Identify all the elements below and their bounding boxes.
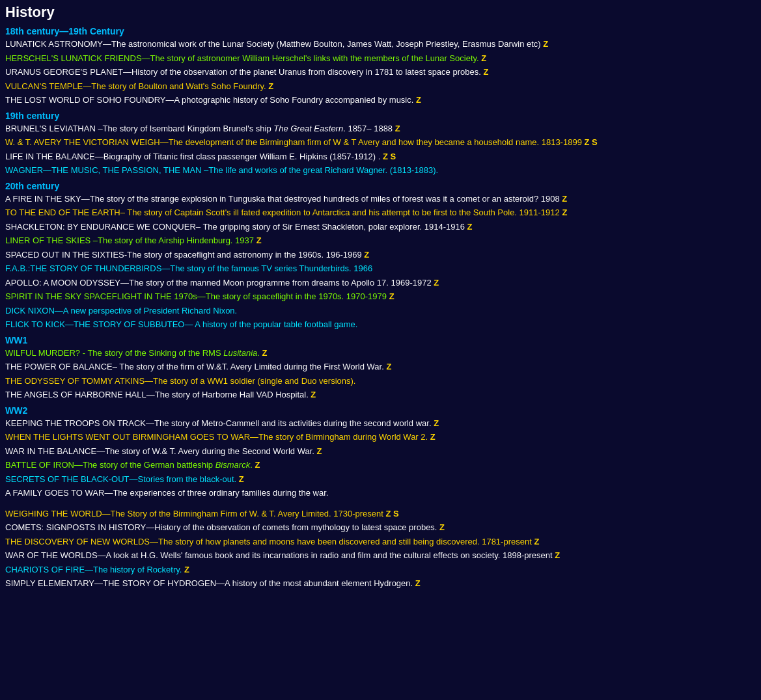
list-item: LUNATICK ASTRONOMY—The astronomical work…	[5, 38, 756, 51]
badge-z: Z	[434, 418, 439, 428]
list-item: LINER OF THE SKIES –The story of the Air…	[5, 234, 756, 247]
section-header-18th-19th: 18th century—19th Century	[5, 26, 756, 36]
badge-s: S	[393, 509, 399, 518]
badge-z: Z	[481, 53, 486, 63]
list-item: TO THE END OF THE EARTH– The story of Ca…	[5, 206, 756, 219]
list-item: SPACED OUT IN THE SIXTIES-The story of s…	[5, 249, 756, 262]
list-item: APOLLO: A MOON ODYSSEY—The story of the …	[5, 276, 756, 289]
badge-z: Z	[317, 446, 322, 456]
list-item: A FIRE IN THE SKY—The story of the stran…	[5, 193, 756, 206]
list-item: WAGNER—THE MUSIC, THE PASSION, THE MAN –…	[5, 164, 756, 177]
badge-z: Z	[385, 509, 391, 518]
spacer	[5, 501, 756, 507]
list-item: LIFE IN THE BALANCE—Biography of Titanic…	[5, 150, 756, 163]
list-item: HERSCHEL'S LUNATICK FRIENDS—The story of…	[5, 52, 756, 65]
list-item: SIMPLY ELEMENTARY—THE STORY OF HYDROGEN—…	[5, 577, 756, 590]
badge-z: Z	[389, 291, 394, 301]
list-item: FLICK TO KICK—THE STORY OF SUBBUTEO— A h…	[5, 318, 756, 331]
badge-z: Z	[262, 348, 268, 358]
list-item: WHEN THE LIGHTS WENT OUT BIRMINGHAM GOES…	[5, 431, 756, 444]
list-item: WILFUL MURDER? - The story of the Sinkin…	[5, 347, 756, 360]
list-item: KEEPING THE TROOPS ON TRACK—The story of…	[5, 417, 756, 430]
badge-z: Z	[311, 390, 316, 399]
list-item: F.A.B.:THE STORY OF THUNDERBIRDS—The sto…	[5, 262, 756, 275]
list-item: WAR OF THE WORLDS—A look at H.G. Wells' …	[5, 549, 756, 562]
badge-z: Z	[562, 194, 567, 204]
list-item: SHACKLETON: BY ENDURANCE WE CONQUER– The…	[5, 221, 756, 234]
badge-z: Z	[239, 474, 244, 484]
badge-z: Z	[555, 550, 560, 560]
badge-z: Z	[562, 208, 567, 217]
badge-s: S	[592, 137, 598, 147]
section-header-19th: 19th century	[5, 111, 756, 121]
badge-z: Z	[543, 39, 548, 49]
list-item: WAR IN THE BALANCE—The story of W.& T. A…	[5, 445, 756, 458]
list-item: THE ANGELS OF HARBORNE HALL—The story of…	[5, 388, 756, 401]
badge-z: Z	[439, 522, 445, 532]
badge-z: Z	[434, 278, 439, 288]
section-header-ww1: WW1	[5, 335, 756, 345]
list-item: THE ODYSSEY OF TOMMY ATKINS—The story of…	[5, 375, 756, 388]
badge-z: Z	[268, 81, 273, 91]
list-item: BATTLE OF IRON—The story of the German b…	[5, 459, 756, 472]
list-item: URANUS GEORGE'S PLANET—History of the ob…	[5, 66, 756, 79]
badge-z: Z	[483, 67, 488, 77]
badge-z: Z	[383, 152, 388, 161]
badge-z: Z	[395, 124, 400, 133]
list-item: THE LOST WORLD OF SOHO FOUNDRY—A photogr…	[5, 94, 756, 107]
list-item: THE DISCOVERY OF NEW WORLDS—The story of…	[5, 535, 756, 548]
page-title: History	[5, 4, 756, 21]
list-item: SPIRIT IN THE SKY SPACEFLIGHT IN THE 197…	[5, 290, 756, 303]
badge-z: Z	[386, 362, 391, 371]
section-header-ww2: WW2	[5, 405, 756, 416]
section-header-20th: 20th century	[5, 181, 756, 191]
list-item: CHARIOTS OF FIRE—The history of Rocketry…	[5, 563, 756, 576]
badge-s: S	[391, 152, 396, 161]
list-item: VULCAN'S TEMPLE—The story of Boulton and…	[5, 80, 756, 93]
list-item: THE POWER OF BALANCE– The story of the f…	[5, 360, 756, 373]
badge-z: Z	[416, 95, 421, 105]
badge-z: Z	[364, 250, 369, 260]
list-item: W. & T. AVERY THE VICTORIAN WEIGH—The de…	[5, 136, 756, 149]
list-item: A FAMILY GOES TO WAR—The experiences of …	[5, 487, 756, 500]
badge-z: Z	[534, 537, 539, 546]
badge-z: Z	[255, 460, 260, 470]
badge-z: Z	[184, 565, 189, 574]
list-item: SECRETS OF THE BLACK-OUT—Stories from th…	[5, 473, 756, 486]
badge-z: Z	[584, 137, 589, 147]
list-item: DICK NIXON—A new perspective of Presiden…	[5, 304, 756, 317]
list-item: BRUNEL'S LEVIATHAN –The story of Isembar…	[5, 122, 756, 135]
list-item: COMETS: SIGNPOSTS IN HISTORY—History of …	[5, 521, 756, 534]
content-area: 18th century—19th CenturyLUNATICK ASTRON…	[5, 26, 756, 590]
badge-z: Z	[256, 236, 262, 245]
badge-z: Z	[430, 432, 436, 442]
badge-z: Z	[467, 222, 473, 232]
list-item: WEIGHING THE WORLD—The Story of the Birm…	[5, 507, 756, 520]
badge-z: Z	[415, 578, 421, 588]
